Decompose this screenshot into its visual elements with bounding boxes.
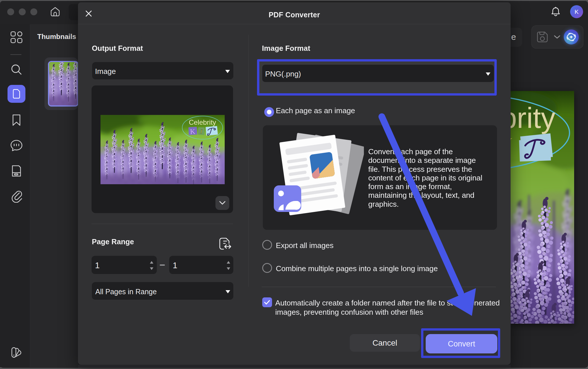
svg-text:prity: prity (511, 102, 555, 134)
